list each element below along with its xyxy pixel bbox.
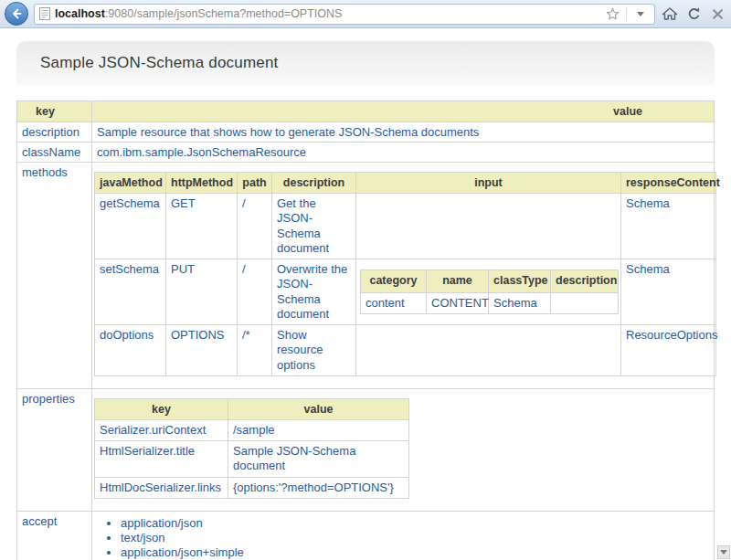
row-value: key value Serializer.uriContext /sample … [92, 388, 715, 511]
row-key: properties [17, 388, 92, 511]
http-method-cell: OPTIONS [166, 325, 238, 376]
property-key-cell: Serializer.uriContext [95, 419, 228, 440]
property-value-cell: Sample JSON-Schema document [228, 441, 409, 478]
col-header: httpMethod [166, 173, 238, 194]
address-bar[interactable]: localhost:9080/sample/jsonSchema?method=… [34, 4, 655, 25]
root-header-value: value [92, 101, 715, 122]
property-row: HtmlDocSerializer.links {options:'?metho… [95, 477, 409, 498]
col-header: description [272, 173, 356, 194]
property-row: HtmlSerializer.title Sample JSON-Schema … [95, 441, 409, 478]
address-bar-divider [626, 7, 627, 21]
accept-item: application/json [121, 516, 709, 530]
url-path: :9080/sample/jsonSchema?method=OPTIONS [105, 7, 343, 20]
input-cell [356, 194, 621, 259]
method-row-setSchema: setSchema PUT / Overwrite the JSON-Schem… [95, 259, 716, 325]
method-row-getSchema: getSchema GET / Get the JSON-Schema docu… [95, 194, 716, 259]
methods-table: javaMethod httpMethod path description i… [94, 172, 716, 376]
table-row-properties: properties key value Serializer.uriConte… [17, 388, 715, 511]
description-cell: Get the JSON-Schema document [272, 194, 356, 259]
col-header: value [228, 398, 409, 419]
input-row: content CONTENT Schema [361, 292, 619, 313]
col-header: category [361, 270, 427, 293]
table-row-methods: methods javaMethod httpMethod path descr… [17, 163, 715, 389]
description-cell: Show resource options [272, 325, 356, 376]
methods-header-row: javaMethod httpMethod path description i… [95, 173, 716, 194]
properties-header-row: key value [95, 398, 409, 419]
row-key: accept [17, 511, 92, 560]
input-header-row: category name classType description [361, 270, 619, 293]
class-type-cell: Schema [489, 292, 551, 313]
name-cell: CONTENT [427, 292, 489, 313]
page-title: Sample JSON-Schema document [40, 54, 279, 72]
description-cell: Overwrite the JSON-Schema document [272, 259, 356, 325]
row-value: Sample resource that shows how to genera… [92, 122, 715, 143]
accept-list: application/json text/json application/j… [97, 516, 709, 560]
accept-item: application/json+simple [121, 545, 709, 559]
col-header: description [551, 270, 619, 293]
properties-table: key value Serializer.uriContext /sample … [94, 398, 409, 499]
category-cell: content [361, 292, 427, 313]
page-header: Sample JSON-Schema document [16, 41, 715, 85]
back-button[interactable] [5, 2, 28, 26]
col-header: responseContent [621, 173, 716, 194]
row-key: className [17, 143, 92, 163]
url-text: localhost:9080/sample/jsonSchema?method=… [55, 7, 599, 20]
root-header-row: key value [17, 101, 715, 122]
response-content-cell: ResourceOptions [621, 325, 716, 376]
path-cell: / [238, 194, 272, 259]
java-method-cell: getSchema [95, 194, 166, 259]
bookmark-star-icon[interactable] [603, 4, 621, 24]
response-content-cell: Schema [621, 259, 716, 325]
response-content-cell: Schema [621, 194, 716, 259]
table-row-accept: accept application/json text/json applic… [17, 511, 715, 560]
row-key: methods [17, 163, 92, 389]
col-header: javaMethod [95, 173, 166, 194]
home-button[interactable] [661, 4, 679, 24]
col-header: input [356, 173, 621, 194]
url-host: localhost [55, 7, 105, 20]
path-cell: / [238, 259, 272, 325]
property-value-cell: /sample [228, 419, 409, 440]
row-value: application/json text/json application/j… [92, 511, 715, 560]
http-method-cell: PUT [166, 259, 238, 325]
back-arrow-icon [11, 8, 22, 19]
method-row-doOptions: doOptions OPTIONS /* Show resource optio… [95, 325, 716, 376]
row-value: javaMethod httpMethod path description i… [92, 163, 715, 389]
chevron-down-icon [637, 12, 644, 16]
root-table: key value description Sample resource th… [16, 100, 715, 560]
input-cell: category name classType description [356, 259, 621, 325]
col-header: name [427, 270, 489, 293]
property-key-cell: HtmlDocSerializer.links [95, 477, 228, 498]
path-cell: /* [238, 325, 272, 376]
http-method-cell: GET [166, 194, 238, 259]
root-header-key: key [17, 101, 92, 122]
close-button[interactable] [708, 4, 726, 24]
row-key: description [17, 122, 92, 143]
table-row-classname: className com.ibm.sample.JsonSchemaResou… [17, 143, 715, 163]
page-favicon-icon [39, 7, 50, 20]
row-value: com.ibm.sample.JsonSchemaResource [92, 143, 715, 163]
property-value-cell: {options:'?method=OPTIONS'} [228, 477, 409, 498]
table-row-description: description Sample resource that shows h… [17, 122, 715, 143]
col-header: classType [489, 270, 551, 293]
input-table: category name classType description [360, 269, 619, 314]
accept-item: text/json [121, 531, 709, 544]
browser-chrome: localhost:9080/sample/jsonSchema?method=… [0, 0, 731, 28]
input-cell [356, 325, 621, 376]
scrollbar-down-button[interactable] [717, 545, 730, 559]
property-key-cell: HtmlSerializer.title [95, 441, 228, 478]
col-header: path [238, 173, 272, 194]
description-cell [551, 292, 619, 313]
scroll-down-icon [720, 550, 727, 555]
java-method-cell: setSchema [95, 259, 166, 325]
property-row: Serializer.uriContext /sample [95, 419, 409, 440]
url-dropdown-button[interactable] [631, 4, 650, 24]
col-header: key [95, 398, 228, 419]
refresh-button[interactable] [684, 4, 703, 24]
java-method-cell: doOptions [95, 325, 166, 376]
